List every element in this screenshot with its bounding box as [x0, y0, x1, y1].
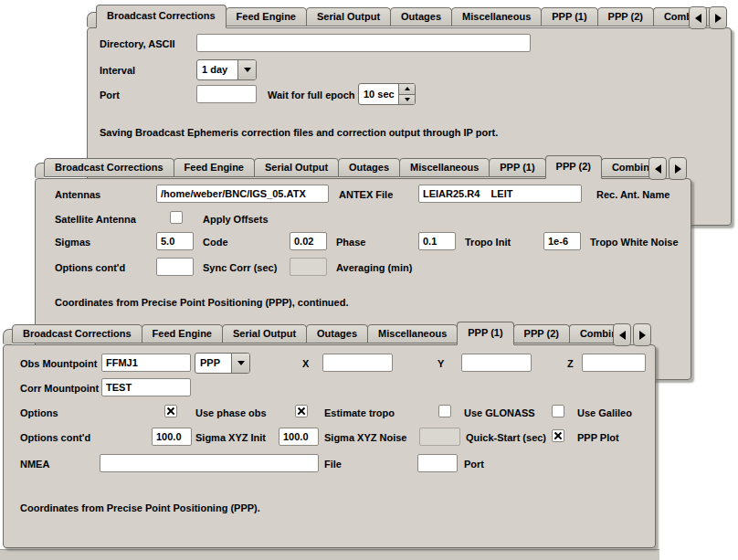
- sigma-code-input[interactable]: [156, 232, 194, 250]
- sync-corr-label: Sync Corr (sec): [203, 262, 277, 273]
- tab-broadcast-corrections[interactable]: Broadcast Corrections: [44, 158, 174, 177]
- tab-serial-output[interactable]: Serial Output: [306, 7, 391, 26]
- options-contd-label: Options cont'd: [55, 262, 125, 273]
- antex-file-label: ANTEX File: [339, 189, 393, 200]
- tropo-white-noise-input[interactable]: [543, 232, 581, 250]
- averaging-label: Averaging (min): [336, 262, 412, 273]
- wait-epoch-spinbox[interactable]: 10 sec: [358, 83, 416, 105]
- tab-scroll-left-button[interactable]: [689, 6, 707, 29]
- tab-feed-engine[interactable]: Feed Engine: [226, 7, 307, 26]
- dropdown-button[interactable]: [231, 354, 249, 373]
- sync-corr-input[interactable]: [156, 258, 194, 276]
- sigma-xyz-init-input[interactable]: [152, 428, 192, 446]
- panel-description: Saving Broadcast Ephemeris correction fi…: [100, 127, 498, 138]
- down-arrow-icon: [405, 98, 410, 101]
- estimate-tropo-label: Estimate tropo: [324, 407, 395, 418]
- tab-miscellaneous[interactable]: Miscellaneous: [451, 7, 542, 26]
- z-coordinate-input[interactable]: [582, 354, 646, 372]
- tab-ppp-2[interactable]: PPP (2): [545, 155, 602, 179]
- sigma-xyz-init-label: Sigma XYZ Init: [195, 432, 266, 443]
- chevron-down-icon: [244, 68, 251, 72]
- left-arrow-icon: [619, 331, 626, 340]
- dropdown-button[interactable]: [237, 60, 256, 79]
- interval-label: Interval: [100, 65, 135, 76]
- z-label: Z: [567, 358, 574, 369]
- panel-description: Coordinates from Precise Point Positioni…: [55, 297, 348, 308]
- spin-down-button[interactable]: [399, 95, 415, 105]
- panel-frame: [3, 344, 656, 548]
- tab-feed-engine[interactable]: Feed Engine: [142, 324, 223, 343]
- sigma-xyz-noise-label: Sigma XYZ Noise: [324, 432, 406, 443]
- tab-ppp-2[interactable]: PPP (2): [597, 7, 654, 26]
- wait-for-full-epoch-label: Wait for full epoch: [268, 90, 355, 100]
- corr-mountpoint-input[interactable]: [101, 378, 191, 396]
- file-label: File: [324, 459, 342, 470]
- nmea-port-label: Port: [464, 459, 484, 470]
- tab-bar: Broadcast Corrections Feed Engine Serial…: [3, 321, 656, 345]
- directory-ascii-input[interactable]: [196, 34, 531, 52]
- tab-broadcast-corrections[interactable]: Broadcast Corrections: [96, 5, 227, 28]
- tab-bar: Broadcast Corrections Feed Engine Serial…: [35, 154, 691, 179]
- tab-ppp-1[interactable]: PPP (1): [541, 7, 597, 26]
- port-input[interactable]: [196, 85, 257, 103]
- quick-start-input: [419, 428, 460, 446]
- corr-mountpoint-label: Corr Mountpoint: [20, 383, 99, 394]
- use-glonass-checkbox[interactable]: [438, 405, 451, 417]
- tab-bar-lead: [87, 12, 96, 27]
- tab-serial-output[interactable]: Serial Output: [254, 158, 339, 177]
- panel-ppp1: Broadcast Corrections Feed Engine Serial…: [3, 321, 656, 548]
- tab-ppp-1[interactable]: PPP (1): [457, 322, 513, 345]
- options-contd-label: Options cont'd: [20, 432, 90, 443]
- tab-scroll-left-button[interactable]: [613, 323, 631, 346]
- obs-mountpoint-input[interactable]: [101, 354, 191, 372]
- interval-selected-value: 1 day: [197, 60, 237, 79]
- ppp-mode-dropdown[interactable]: PPP: [195, 353, 250, 374]
- antennas-label: Antennas: [55, 189, 100, 200]
- ppp-plot-checkbox[interactable]: [552, 429, 564, 442]
- averaging-input: [290, 258, 327, 276]
- interval-dropdown[interactable]: 1 day: [196, 59, 257, 80]
- estimate-tropo-checkbox[interactable]: [295, 405, 308, 417]
- nmea-file-input[interactable]: [100, 454, 319, 472]
- sigma-phase-input[interactable]: [290, 232, 327, 250]
- tab-feed-engine[interactable]: Feed Engine: [174, 158, 255, 177]
- use-galileo-checkbox[interactable]: [552, 405, 564, 417]
- tab-broadcast-corrections[interactable]: Broadcast Corrections: [12, 324, 142, 343]
- tab-outages[interactable]: Outages: [390, 7, 452, 26]
- tab-outages[interactable]: Outages: [338, 158, 400, 177]
- tab-outages[interactable]: Outages: [306, 324, 368, 343]
- apply-offsets-checkbox[interactable]: [170, 211, 183, 224]
- spin-up-button[interactable]: [399, 84, 415, 95]
- nmea-port-input[interactable]: [417, 454, 458, 472]
- use-phase-obs-checkbox[interactable]: [164, 405, 177, 417]
- tab-miscellaneous[interactable]: Miscellaneous: [367, 324, 458, 343]
- tropo-white-noise-label: Tropo White Noise: [590, 237, 679, 248]
- phase-label: Phase: [336, 237, 365, 248]
- options-label: Options: [20, 407, 58, 418]
- tab-scroll-right-button[interactable]: [669, 157, 687, 180]
- quick-start-label: Quick-Start (sec): [466, 432, 546, 443]
- left-arrow-icon: [655, 164, 661, 174]
- ppp-mode-selected-value: PPP: [195, 354, 231, 373]
- code-label: Code: [203, 237, 228, 248]
- tab-scroll-right-button[interactable]: [633, 323, 651, 346]
- tab-ppp-1[interactable]: PPP (1): [489, 158, 545, 177]
- antex-path-input[interactable]: [156, 185, 329, 203]
- right-arrow-icon: [675, 164, 681, 174]
- panel-description: Coordinates from Precise Point Positioni…: [20, 502, 260, 513]
- tab-scroll-left-button[interactable]: [648, 157, 667, 180]
- obs-mountpoint-label: Obs Mountpoint: [20, 358, 97, 369]
- y-coordinate-input[interactable]: [461, 354, 532, 372]
- chevron-down-icon: [237, 361, 245, 365]
- tropo-init-input[interactable]: [418, 232, 456, 250]
- right-arrow-icon: [715, 14, 722, 23]
- tab-miscellaneous[interactable]: Miscellaneous: [399, 158, 490, 177]
- sigma-xyz-noise-input[interactable]: [279, 428, 319, 446]
- y-label: Y: [438, 358, 444, 369]
- x-coordinate-input[interactable]: [322, 354, 393, 372]
- tab-ppp-2[interactable]: PPP (2): [513, 324, 570, 343]
- tab-serial-output[interactable]: Serial Output: [222, 324, 307, 343]
- rec-ant-name-input[interactable]: [418, 185, 582, 203]
- port-label: Port: [100, 90, 120, 100]
- tab-scroll-right-button[interactable]: [709, 6, 727, 29]
